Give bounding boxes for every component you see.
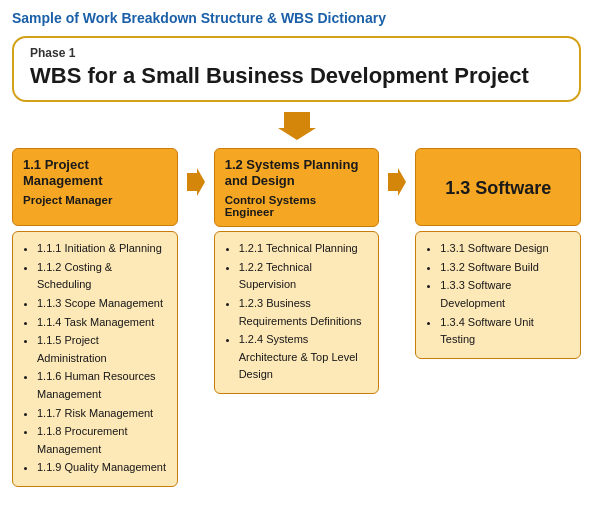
list-item: 1.2.1 Technical Planning: [239, 240, 369, 258]
col2: 1.2 Systems Planning and Design Control …: [214, 148, 380, 228]
col1-list: 1.1.1 Initiation & Planning 1.1.2 Costin…: [23, 240, 167, 477]
svg-marker-0: [278, 112, 316, 140]
list-item: 1.2.3 Business Requirements Definitions: [239, 295, 369, 330]
list-item: 1.1.1 Initiation & Planning: [37, 240, 167, 258]
page-title: Sample of Work Breakdown Structure & WBS…: [12, 10, 581, 26]
list-item: 1.3.2 Software Build: [440, 259, 570, 277]
arrow-right-1: [186, 148, 206, 196]
list-item: 1.2.2 Technical Supervision: [239, 259, 369, 294]
list-item: 1.3.1 Software Design: [440, 240, 570, 258]
down-arrow: [12, 112, 581, 140]
list-item: 1.1.5 Project Administration: [37, 332, 167, 367]
main-box: Phase 1 WBS for a Small Business Develop…: [12, 36, 581, 102]
col2-title: 1.2 Systems Planning and Design: [225, 157, 369, 191]
col1-sub: Project Manager: [23, 194, 167, 206]
col3: 1.3 Software: [415, 148, 581, 226]
list-item: 1.1.6 Human Resources Management: [37, 368, 167, 403]
phase-label: Phase 1: [30, 46, 563, 60]
list-item: 1.3.4 Software Unit Testing: [440, 314, 570, 349]
col3-title: 1.3 Software: [445, 174, 551, 199]
col2-body: 1.2.1 Technical Planning 1.2.2 Technical…: [214, 231, 380, 394]
col3-body: 1.3.1 Software Design 1.3.2 Software Bui…: [415, 231, 581, 359]
list-item: 1.1.7 Risk Management: [37, 405, 167, 423]
list-item: 1.1.3 Scope Management: [37, 295, 167, 313]
col2-sub: Control Systems Engineer: [225, 194, 369, 218]
col3-list: 1.3.1 Software Design 1.3.2 Software Bui…: [426, 240, 570, 349]
col1-body: 1.1.1 Initiation & Planning 1.1.2 Costin…: [12, 231, 178, 487]
body-row: 1.1.1 Initiation & Planning 1.1.2 Costin…: [12, 231, 581, 487]
list-item: 1.3.3 Software Development: [440, 277, 570, 312]
list-item: 1.2.4 Systems Architecture & Top Level D…: [239, 331, 369, 384]
svg-marker-1: [187, 168, 205, 196]
main-title: WBS for a Small Business Development Pro…: [30, 62, 563, 90]
col1: 1.1 Project Management Project Manager: [12, 148, 178, 226]
list-item: 1.1.4 Task Management: [37, 314, 167, 332]
arrow-right-2: [387, 148, 407, 196]
list-item: 1.1.9 Quality Management: [37, 459, 167, 477]
columns-container: 1.1 Project Management Project Manager 1…: [12, 148, 581, 228]
svg-marker-2: [388, 168, 406, 196]
col2-header: 1.2 Systems Planning and Design Control …: [214, 148, 380, 228]
col1-header: 1.1 Project Management Project Manager: [12, 148, 178, 226]
col2-list: 1.2.1 Technical Planning 1.2.2 Technical…: [225, 240, 369, 384]
list-item: 1.1.8 Procurement Management: [37, 423, 167, 458]
col1-title: 1.1 Project Management: [23, 157, 167, 191]
list-item: 1.1.2 Costing & Scheduling: [37, 259, 167, 294]
col3-header: 1.3 Software: [415, 148, 581, 226]
